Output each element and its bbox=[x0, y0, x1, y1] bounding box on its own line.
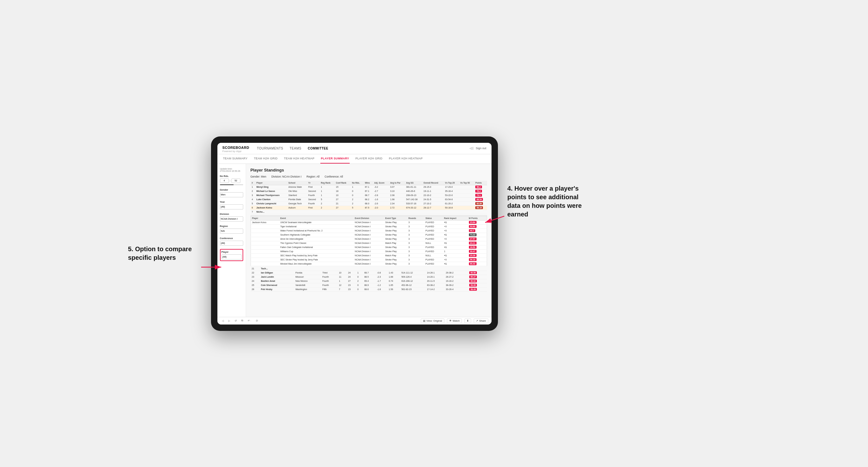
hover-cell-event: Williams Cup bbox=[279, 249, 353, 253]
cell-points[interactable]: 58.18 bbox=[474, 206, 487, 210]
hover-cell-status: NULL bbox=[424, 253, 443, 257]
cell-adj-score: -2.7 bbox=[373, 189, 389, 193]
cell-reg-rank: 1 bbox=[320, 193, 335, 197]
cell-top25: 38-39-2 bbox=[445, 283, 464, 287]
no-rds-min-input[interactable] bbox=[220, 179, 229, 183]
cell-no-rds: 0 bbox=[351, 189, 364, 193]
cell-yr: Fifth bbox=[321, 287, 338, 291]
col-to-par: Avg to Par bbox=[389, 181, 405, 185]
share-button[interactable]: ↗ Share bbox=[474, 318, 488, 323]
cell-player: Petr Hruby bbox=[259, 287, 294, 291]
year-select[interactable]: (All) bbox=[220, 204, 243, 210]
nav-committee[interactable]: COMMITTEE bbox=[308, 147, 328, 150]
cell-top25: 53-22-0 bbox=[444, 193, 459, 197]
cell-points[interactable]: 68.54 bbox=[474, 197, 487, 201]
cell-top50 bbox=[459, 197, 474, 201]
cell-points[interactable]: 58.49 bbox=[468, 287, 487, 291]
back-button[interactable]: ◁ bbox=[221, 319, 225, 323]
subnav-team-h2h-grid[interactable]: TEAM H2H GRID bbox=[253, 154, 278, 163]
cell-points[interactable]: 60.02 bbox=[468, 279, 487, 283]
cell-points[interactable]: 60.89 bbox=[474, 201, 487, 206]
cell-points[interactable]: 60.58 bbox=[468, 271, 487, 275]
cell-to-par: 3.07 bbox=[389, 185, 405, 189]
no-rds-label: No Rds. bbox=[220, 175, 243, 178]
hover-cell-event: Tiger Invitational bbox=[279, 224, 353, 228]
cell-yr: Third bbox=[321, 271, 338, 275]
cell-adj-score: -2.6 bbox=[373, 201, 389, 206]
cell-top25: 26-27-2 bbox=[445, 275, 464, 279]
cell-avg-sg: 674-33-12 bbox=[405, 206, 422, 210]
cell-reg-rank: 11 bbox=[338, 275, 347, 279]
back-arrow[interactable]: ◁ | bbox=[469, 147, 473, 150]
cell-points[interactable]: 76.2 bbox=[474, 189, 487, 193]
hover-cell-event: Wake Forest Invitational at Pinehurst No… bbox=[279, 228, 353, 233]
cell-num: 7 bbox=[251, 210, 255, 214]
cell-points[interactable]: 73.1 bbox=[474, 193, 487, 197]
subnav-team-h2h-heatmap[interactable]: TEAM H2H HEATMAP bbox=[283, 154, 315, 163]
conference-label: Conference bbox=[220, 237, 243, 240]
conference-filter: Conference (All) bbox=[220, 237, 243, 246]
subnav-player-h2h-grid[interactable]: PLAYER H2H GRID bbox=[355, 154, 383, 163]
conference-select[interactable]: (All) bbox=[220, 241, 243, 246]
view-icon: ▤ bbox=[423, 319, 426, 322]
hover-cell-div: NCAA Division I bbox=[353, 249, 384, 253]
nav-teams[interactable]: TEAMS bbox=[290, 147, 302, 150]
division-select[interactable]: NCAA Division I bbox=[220, 216, 243, 222]
hover-cell-rounds: 3 bbox=[407, 237, 424, 241]
hover-col-rounds: Rounds bbox=[407, 216, 424, 220]
gender-select[interactable]: Men bbox=[220, 192, 243, 197]
hover-detail-row: Amer An Intercollegiate NCAA Division I … bbox=[251, 237, 487, 241]
no-rds-max-input[interactable] bbox=[231, 179, 240, 183]
filter-bar: Gender: Men Division: NCAA Division I Re… bbox=[251, 175, 487, 178]
hover-cell-div: NCAA Division I bbox=[353, 257, 384, 262]
cell-school: Missouri bbox=[294, 275, 321, 279]
view-original-button[interactable]: ▤ View: Original bbox=[421, 318, 444, 323]
hover-cell-wpoints: 23.64 bbox=[468, 220, 487, 224]
main-nav: TOURNAMENTS TEAMS COMMITTEE bbox=[257, 147, 469, 150]
forward-button[interactable]: ▷ bbox=[227, 319, 231, 323]
hover-cell-rounds: 3 bbox=[407, 257, 424, 262]
cell-top25: 17-23-0 bbox=[444, 185, 459, 189]
copy-button[interactable]: ⧉ bbox=[240, 318, 245, 323]
hover-cell-rounds: 3 bbox=[407, 228, 424, 233]
cell-no-rds: 0 bbox=[356, 275, 363, 279]
main-content: Update time: 27/01/2024 16:56:26 No Rds.… bbox=[217, 164, 492, 317]
cell-top25: 33-26-4 bbox=[445, 287, 464, 291]
subnav-player-summary[interactable]: PLAYER SUMMARY bbox=[320, 154, 350, 163]
cell-no-rds: 0 bbox=[356, 283, 363, 287]
cell-points[interactable]: 59.95 bbox=[468, 283, 487, 287]
region-select[interactable]: N/A bbox=[220, 228, 243, 234]
subnav-player-h2h-heatmap[interactable]: PLAYER H2H HEATMAP bbox=[388, 154, 423, 163]
logo-area: SCOREBOARD Powered by clippi bbox=[222, 145, 249, 152]
no-rds-slider[interactable] bbox=[220, 184, 243, 185]
hover-cell-wpoints: 27.57 bbox=[468, 237, 487, 241]
cell-points[interactable]: 98.2 bbox=[474, 185, 487, 189]
hover-cell-status: PLAYED bbox=[424, 237, 443, 241]
cell-top50 bbox=[459, 193, 474, 197]
sign-out[interactable]: Sign out bbox=[475, 147, 486, 150]
hover-cell-div: NCAA Division I bbox=[353, 241, 384, 245]
nav-tournaments[interactable]: TOURNAMENTS bbox=[257, 147, 283, 150]
hover-cell-impact: +1 bbox=[443, 241, 468, 245]
hover-cell-div: NCAA Division I bbox=[353, 237, 384, 241]
hover-col-status: Status bbox=[424, 216, 443, 220]
hover-cell-div: NCAA Division I bbox=[353, 245, 384, 249]
cell-points[interactable]: 60.27 bbox=[468, 275, 487, 279]
refresh-button[interactable]: ↺ bbox=[233, 319, 238, 323]
hover-cell-event: UNCW Seahawk Intercollegiate bbox=[279, 220, 353, 224]
col-num: # bbox=[251, 181, 255, 185]
hover-cell-wpoints: 53.60 bbox=[468, 224, 487, 228]
hover-header-row: Player Event Event Division Event Type R… bbox=[251, 216, 487, 220]
cell-player: Ian Gilligan bbox=[259, 271, 294, 275]
cell-player: Christo Lamprecht bbox=[255, 201, 287, 206]
watch-button[interactable]: 👁 Watch bbox=[447, 318, 462, 323]
col-overall: Overall Record bbox=[422, 181, 444, 185]
cell-no-rds: 2 bbox=[351, 197, 364, 201]
player-select[interactable]: (All) bbox=[221, 254, 242, 259]
filter-conference: Conference: All bbox=[324, 175, 343, 178]
undo-button[interactable]: ↶ · bbox=[246, 319, 252, 323]
subnav-team-summary[interactable]: TEAM SUMMARY bbox=[222, 154, 248, 163]
clock-button[interactable]: ⏱ bbox=[254, 319, 259, 323]
hover-cell-type: Stroke Play bbox=[384, 233, 407, 237]
download-button[interactable]: ⬇ bbox=[464, 318, 471, 323]
